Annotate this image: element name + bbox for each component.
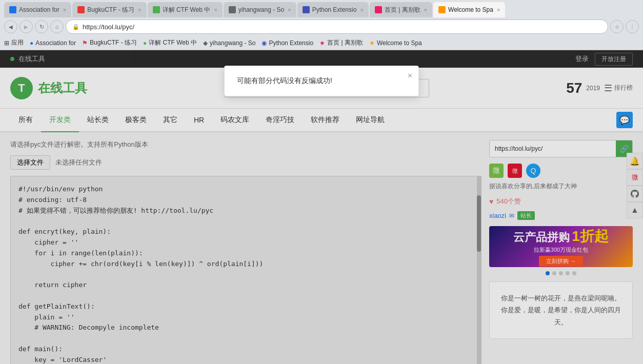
tab-close-bugku[interactable]: × (138, 7, 141, 13)
tab-close-yihang[interactable]: × (288, 7, 291, 13)
tab-close-ctfweb[interactable]: × (214, 7, 217, 13)
modal-overlay: 可能有部分代码没有反编成功! × (0, 50, 643, 364)
tab-favicon-python (303, 6, 310, 13)
tab-welcome[interactable]: Welcome to Spa × (433, 2, 505, 17)
tab-yihang[interactable]: yihangwang - So × (224, 2, 296, 17)
tab-python[interactable]: Python Extensio × (297, 2, 369, 17)
tab-close-python[interactable]: × (360, 7, 363, 13)
tab-label-ctfweb: 详解 CTF Web 中 (163, 6, 211, 14)
tab-close-association[interactable]: × (63, 7, 66, 13)
bookmarks-bar: ⊞ 应用 ● Association for ⚑ BugkuCTF - 练习 ●… (0, 36, 643, 50)
lock-icon: 🔒 (72, 24, 79, 30)
bookmark-star[interactable]: ☆ (610, 20, 624, 33)
bookmark-bugku-favicon: ⚑ (82, 39, 88, 47)
tab-label-welcome: Welcome to Spa (448, 6, 493, 13)
modal-box: 可能有部分代码没有反编成功! × (224, 66, 419, 96)
tab-ctfweb[interactable]: 详解 CTF Web 中 × (148, 2, 223, 17)
tab-close-welcome[interactable]: × (497, 7, 500, 13)
bookmark-homepage-label: 首页 | 离别歌 (327, 38, 363, 47)
bookmark-homepage[interactable]: ★ 首页 | 离别歌 (319, 38, 363, 47)
bookmark-association-label: Association for (35, 39, 76, 47)
bookmark-python-favicon: ◉ (262, 39, 267, 47)
bookmark-bugku-label: BugkuCTF - 练习 (90, 38, 137, 47)
tab-homepage[interactable]: 首页 | 离别歌 × (370, 2, 432, 17)
tab-favicon-welcome (438, 6, 446, 13)
address-text: https://tool.lu/pyc/ (83, 23, 134, 31)
tab-favicon-ctfweb (153, 6, 160, 13)
bookmark-association-favicon: ● (30, 39, 33, 47)
back-button[interactable]: ◀ (4, 20, 17, 33)
bookmark-welcome-favicon: ★ (369, 39, 375, 47)
bookmark-ctfweb-label: 详解 CTF Web 中 (149, 38, 197, 47)
tab-favicon-homepage (375, 6, 382, 13)
tab-association[interactable]: Association for × (4, 2, 71, 17)
bookmark-welcome-label: Welcome to Spa (377, 39, 422, 47)
tab-label-yihang: yihangwang - So (238, 6, 284, 13)
bookmark-python[interactable]: ◉ Python Extensio (262, 39, 313, 47)
forward-button[interactable]: ▶ (19, 20, 33, 33)
extensions-button[interactable]: ⋮ (626, 20, 639, 33)
tab-bugku[interactable]: BugkuCTF - 练习 × (72, 2, 146, 17)
bookmark-ctfweb[interactable]: ● 详解 CTF Web 中 (143, 38, 197, 47)
tab-close-homepage[interactable]: × (424, 7, 427, 13)
tab-label-bugku: BugkuCTF - 练习 (87, 6, 134, 14)
modal-message: 可能有部分代码没有反编成功! (237, 76, 332, 85)
address-bar[interactable]: 🔒 https://tool.lu/pyc/ (66, 19, 608, 34)
tab-label-homepage: 首页 | 离别歌 (385, 6, 420, 14)
bookmark-bugku[interactable]: ⚑ BugkuCTF - 练习 (82, 38, 137, 47)
bookmark-homepage-favicon: ★ (319, 39, 325, 47)
tab-favicon-bugku (77, 6, 85, 13)
bookmark-yihang-label: yihangwang - So (210, 39, 255, 47)
bookmark-ctfweb-favicon: ● (143, 39, 147, 47)
bookmark-yihang-favicon: ◆ (203, 39, 208, 47)
tab-label-association: Association for (19, 6, 59, 13)
home-button[interactable]: ⌂ (50, 20, 64, 33)
tab-favicon-association (9, 6, 16, 13)
bookmark-association[interactable]: ● Association for (30, 39, 76, 47)
apps-icon: ⊞ (4, 39, 9, 47)
bookmark-welcome[interactable]: ★ Welcome to Spa (369, 39, 422, 47)
bookmark-apps[interactable]: ⊞ 应用 (4, 38, 24, 47)
tab-favicon-yihang (229, 6, 236, 13)
refresh-button[interactable]: ↻ (35, 20, 48, 33)
bookmark-python-label: Python Extensio (269, 39, 313, 47)
tab-label-python: Python Extensio (312, 6, 357, 13)
bookmark-yihang[interactable]: ◆ yihangwang - So (203, 39, 255, 47)
modal-close-button[interactable]: × (408, 71, 412, 80)
bookmark-apps-label: 应用 (11, 38, 24, 47)
